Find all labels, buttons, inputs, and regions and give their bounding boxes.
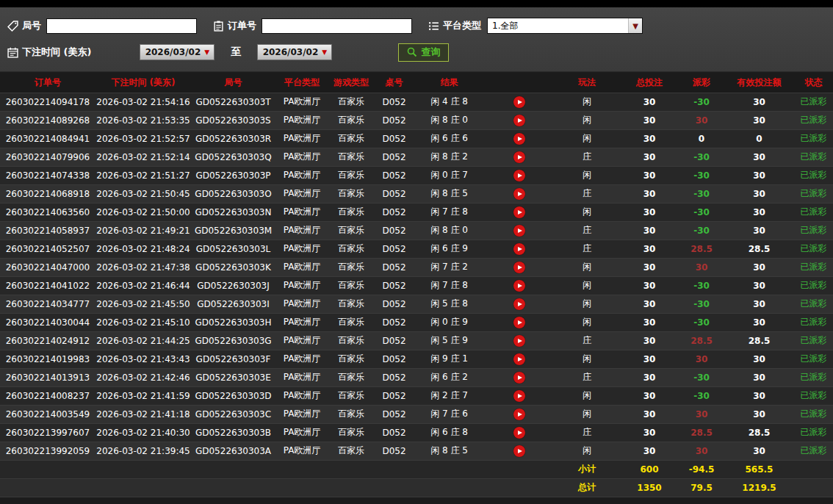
cell-total-bet: 30 (620, 93, 679, 111)
cell-table-no: D052 (374, 276, 414, 295)
play-video-icon[interactable] (513, 427, 525, 439)
bet-records-table: 订单号 下注时间 (美东) 局号 平台类型 游戏类型 桌号 结果 玩法 总投注 … (0, 73, 833, 497)
cell-valid-bet: 30 (724, 166, 794, 184)
cell-order-no: 260302213997607 (0, 423, 95, 442)
play-video-icon[interactable] (513, 372, 525, 384)
play-video-icon[interactable] (513, 206, 525, 218)
grand-total-payout: 79.5 (679, 478, 724, 497)
cell-platform: PA欧洲厅 (275, 331, 328, 350)
play-video-icon[interactable] (513, 445, 525, 457)
cell-platform: PA欧洲厅 (275, 313, 328, 331)
play-video-icon[interactable] (513, 225, 525, 237)
cell-total-bet: 30 (620, 184, 679, 203)
cell-total-bet: 30 (620, 166, 679, 184)
play-video-icon[interactable] (513, 317, 525, 328)
cell-total-bet: 30 (620, 368, 679, 386)
cell-status: 已派彩 (794, 386, 833, 405)
cell-game-type: 百家乐 (328, 93, 374, 111)
play-video-icon[interactable] (513, 243, 525, 255)
cell-status: 已派彩 (794, 240, 833, 258)
cell-table-no: D052 (374, 295, 414, 313)
play-video-icon[interactable] (513, 151, 525, 163)
cell-valid-bet: 30 (724, 405, 794, 423)
col-header-order-no: 订单号 (0, 73, 95, 93)
cell-video (484, 295, 554, 313)
cell-payout: -30 (679, 295, 724, 313)
cell-order-no: 260302213992059 (0, 442, 95, 460)
cell-game-type: 百家乐 (328, 276, 374, 295)
cell-bet-type: 闲 (554, 386, 620, 405)
play-video-icon[interactable] (513, 188, 525, 200)
cell-game-no: GD0522630303E (191, 368, 275, 386)
play-video-icon[interactable] (513, 96, 525, 108)
cell-result: 闲 7 庄 6 (414, 405, 484, 423)
cell-valid-bet: 30 (724, 93, 794, 111)
game-no-label: 局号 (22, 19, 41, 32)
platform-type-selected-value: 1.全部 (492, 20, 518, 32)
cell-game-no: GD0522630303G (191, 331, 275, 350)
play-video-icon[interactable] (513, 353, 525, 365)
play-video-icon[interactable] (513, 115, 525, 126)
cell-bet-time: 2026-03-02 21:54:16 (95, 93, 191, 111)
query-button[interactable]: 查询 (398, 43, 449, 62)
chevron-down-icon: ▼ (322, 48, 327, 56)
cell-platform: PA欧洲厅 (275, 405, 328, 423)
cell-table-no: D052 (374, 203, 414, 221)
filter-row-1: 局号 订单号 平台类型 1.全部 ▼ (7, 12, 833, 39)
cell-payout: 30 (679, 405, 724, 423)
cell-result: 闲 8 庄 0 (414, 221, 484, 240)
table-row: 260302214089268 2026-03-02 21:53:35 GD05… (0, 111, 833, 129)
cell-status: 已派彩 (794, 258, 833, 276)
cell-bet-time: 2026-03-02 21:50:45 (95, 184, 191, 203)
cell-platform: PA欧洲厅 (275, 129, 328, 148)
cell-bet-time: 2026-03-02 21:46:44 (95, 276, 191, 295)
cell-payout: -30 (679, 203, 724, 221)
table-header-row: 订单号 下注时间 (美东) 局号 平台类型 游戏类型 桌号 结果 玩法 总投注 … (0, 73, 833, 93)
play-video-icon[interactable] (513, 390, 525, 402)
cell-game-type: 百家乐 (328, 111, 374, 129)
cell-order-no: 260302214041022 (0, 276, 95, 295)
play-video-icon[interactable] (513, 280, 525, 292)
grand-total-total-bet: 1350 (620, 478, 679, 497)
cell-game-type: 百家乐 (328, 148, 374, 166)
cell-game-no: GD0522630303Q (191, 148, 275, 166)
play-video-icon[interactable] (513, 262, 525, 273)
date-from-picker[interactable]: 2026/03/02 ▼ (140, 44, 214, 60)
play-video-icon[interactable] (513, 335, 525, 347)
cell-bet-type: 闲 (554, 276, 620, 295)
cell-game-no: GD0522630303L (191, 240, 275, 258)
play-video-icon[interactable] (513, 170, 525, 181)
col-header-platform: 平台类型 (275, 73, 328, 93)
cell-total-bet: 30 (620, 442, 679, 460)
game-no-input[interactable] (46, 18, 197, 34)
cell-game-no: GD0522630303J (191, 276, 275, 295)
cell-game-type: 百家乐 (328, 295, 374, 313)
top-bar (0, 0, 833, 7)
cell-status: 已派彩 (794, 405, 833, 423)
cell-table-no: D052 (374, 405, 414, 423)
cell-bet-type: 庄 (554, 184, 620, 203)
cell-bet-type: 闲 (554, 111, 620, 129)
cell-game-type: 百家乐 (328, 166, 374, 184)
cell-valid-bet: 0 (724, 129, 794, 148)
cell-game-type: 百家乐 (328, 221, 374, 240)
cell-bet-type: 闲 (554, 405, 620, 423)
play-video-icon[interactable] (513, 133, 525, 145)
platform-type-select[interactable]: 1.全部 ▼ (487, 18, 643, 34)
play-video-icon[interactable] (513, 408, 525, 420)
col-header-bet-type: 玩法 (554, 73, 620, 93)
cell-result: 闲 0 庄 9 (414, 313, 484, 331)
order-no-input[interactable] (262, 18, 412, 34)
play-video-icon[interactable] (513, 298, 525, 310)
cell-valid-bet: 30 (724, 276, 794, 295)
cell-game-type: 百家乐 (328, 386, 374, 405)
cell-payout: 30 (679, 258, 724, 276)
date-to-picker[interactable]: 2026/03/02 ▼ (257, 44, 332, 60)
cell-bet-type: 闲 (554, 350, 620, 368)
cell-video (484, 111, 554, 129)
cell-valid-bet: 30 (724, 313, 794, 331)
cell-table-no: D052 (374, 93, 414, 111)
table-row: 260302214024912 2026-03-02 21:44:25 GD05… (0, 331, 833, 350)
grand-total-valid-bet: 1219.5 (724, 478, 794, 497)
cell-bet-time: 2026-03-02 21:43:43 (95, 350, 191, 368)
